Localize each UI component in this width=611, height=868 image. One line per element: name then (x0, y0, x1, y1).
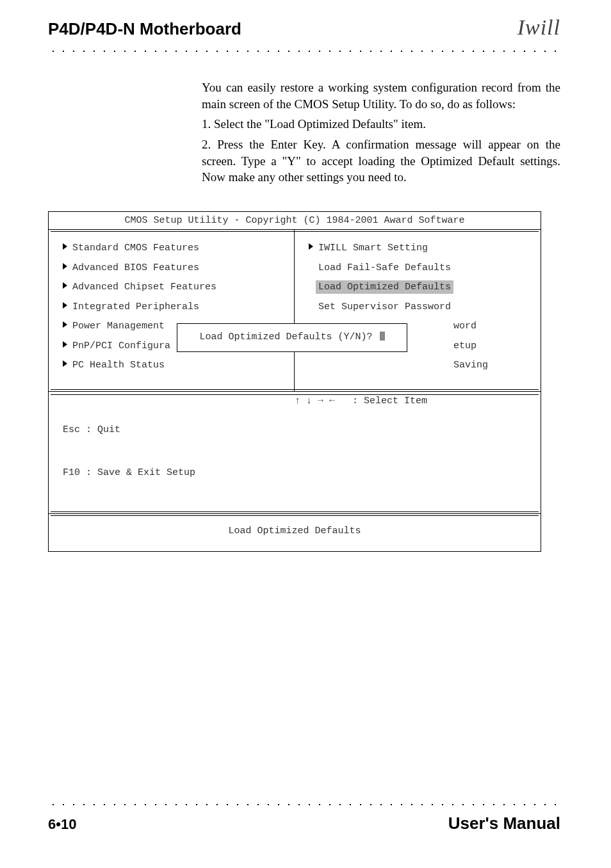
footer-divider-dots (48, 802, 560, 807)
menu-item-set-supervisor-pw[interactable]: Set Supervisor Password (309, 298, 534, 317)
menu-label: Advanced BIOS Features (72, 262, 199, 273)
menu-label: Set Supervisor Password (318, 301, 451, 312)
page-number: 6•10 (48, 816, 76, 833)
page-title: P4D/P4D-N Motherboard (48, 19, 241, 38)
menu-item-standard-cmos[interactable]: Standard CMOS Features (63, 239, 288, 259)
bios-menu-left-column: Standard CMOS Features Advanced BIOS Fea… (49, 230, 295, 391)
help-arrows: ↑ ↓ → ← : Select Item (295, 394, 526, 510)
menu-label: Load Fail-Safe Defaults (318, 262, 451, 273)
menu-label: IWILL Smart Setting (318, 243, 428, 253)
confirm-dialog-text: Load Optimized Defaults (Y/N)? (199, 332, 378, 342)
submenu-arrow-icon (63, 243, 67, 250)
menu-item-advanced-bios[interactable]: Advanced BIOS Features (63, 259, 288, 278)
bios-status-text: Load Optimized Defaults (228, 526, 361, 536)
help-esc: Esc : Quit (63, 423, 295, 438)
text-cursor-icon (380, 332, 385, 341)
bios-menu-right-column: IWILL Smart Setting Load Fail-Safe Defau… (295, 230, 541, 391)
menu-label: PnP/PCI Configura (72, 341, 170, 351)
menu-item-advanced-chipset[interactable]: Advanced Chipset Features (63, 278, 288, 298)
submenu-arrow-icon (63, 360, 67, 367)
bios-window: CMOS Setup Utility - Copyright (C) 1984-… (48, 211, 541, 552)
menu-label: Power Management (72, 321, 165, 332)
menu-item-obscured-3: Saving (309, 356, 534, 376)
menu-label: PC Health Status (72, 360, 165, 371)
submenu-arrow-icon (63, 321, 67, 328)
submenu-arrow-icon (63, 302, 67, 309)
menu-label-tail: Saving (453, 360, 488, 371)
menu-label-highlighted: Load Optimized Defaults (316, 280, 453, 294)
help-f10: F10 : Save & Exit Setup (63, 466, 295, 481)
instruction-text: You can easily restore a working system … (202, 79, 560, 186)
footer-title: User's Manual (448, 814, 560, 833)
bios-menu-area: Standard CMOS Features Advanced BIOS Fea… (49, 229, 541, 392)
confirm-dialog[interactable]: Load Optimized Defaults (Y/N)? (177, 323, 407, 352)
submenu-arrow-icon (309, 243, 313, 250)
menu-label-tail: etup (453, 341, 477, 351)
brand-logo: Iwill (517, 15, 560, 40)
menu-item-load-fail-safe[interactable]: Load Fail-Safe Defaults (309, 259, 534, 278)
menu-label: Advanced Chipset Features (72, 282, 216, 293)
submenu-arrow-icon (63, 341, 67, 348)
menu-item-integrated-peripherals[interactable]: Integrated Peripherals (63, 298, 288, 317)
instruction-step-1: 1. Select the "Load Optimized Defaults" … (202, 116, 560, 133)
menu-item-pc-health[interactable]: PC Health Status (63, 356, 288, 376)
header-divider-dots (48, 49, 560, 54)
submenu-arrow-icon (63, 282, 67, 289)
menu-label: Standard CMOS Features (72, 243, 199, 253)
menu-item-iwill-smart[interactable]: IWILL Smart Setting (309, 239, 534, 259)
submenu-arrow-icon (63, 263, 67, 269)
bios-title-bar: CMOS Setup Utility - Copyright (C) 1984-… (49, 212, 541, 230)
bios-status-bar: Load Optimized Defaults (49, 514, 541, 552)
instruction-step-2: 2. Press the Enter Key. A confirmation m… (202, 136, 560, 186)
instruction-paragraph-1: You can easily restore a working system … (202, 79, 560, 112)
menu-label-tail: word (453, 321, 477, 332)
menu-item-load-optimized[interactable]: Load Optimized Defaults (309, 278, 534, 298)
menu-label: Integrated Peripherals (72, 301, 199, 312)
bios-help-bar: Esc : Quit F10 : Save & Exit Setup ↑ ↓ →… (49, 392, 541, 514)
